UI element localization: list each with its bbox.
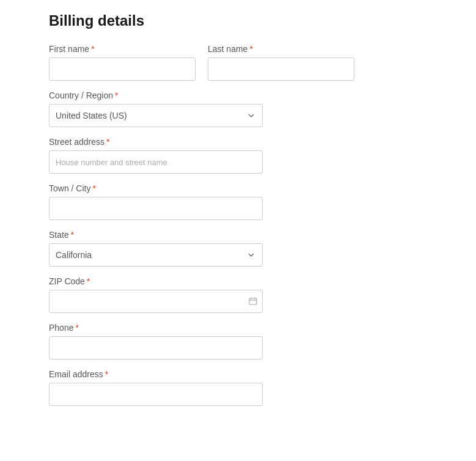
country-select[interactable]: United States (US) Canada United Kingdom… bbox=[49, 104, 263, 127]
zip-code-required: * bbox=[87, 276, 90, 286]
billing-form: Billing details First name * Last name *… bbox=[49, 12, 354, 406]
zip-input-wrapper bbox=[49, 290, 263, 313]
last-name-label: Last name * bbox=[208, 44, 354, 54]
zip-code-label: ZIP Code * bbox=[49, 276, 263, 286]
first-name-group: First name * bbox=[49, 44, 196, 81]
last-name-input[interactable] bbox=[208, 57, 354, 81]
first-name-required: * bbox=[91, 44, 94, 54]
state-label: State * bbox=[49, 230, 263, 240]
country-required: * bbox=[115, 90, 118, 100]
last-name-required: * bbox=[249, 44, 252, 54]
email-label: Email address * bbox=[49, 369, 263, 379]
state-required: * bbox=[71, 230, 74, 240]
phone-label: Phone * bbox=[49, 323, 263, 333]
email-required: * bbox=[105, 369, 108, 379]
phone-input[interactable] bbox=[49, 336, 263, 360]
street-address-input[interactable] bbox=[49, 150, 263, 174]
street-address-required: * bbox=[106, 137, 109, 147]
street-address-label: Street address * bbox=[49, 137, 263, 147]
town-city-label: Town / City * bbox=[49, 183, 263, 193]
town-city-input[interactable] bbox=[49, 197, 263, 220]
zip-code-input[interactable] bbox=[49, 290, 263, 313]
state-group: State * Alabama Alaska Arizona Arkansas … bbox=[49, 230, 263, 267]
town-city-group: Town / City * bbox=[49, 183, 263, 220]
country-label: Country / Region * bbox=[49, 90, 263, 100]
first-name-label: First name * bbox=[49, 44, 196, 54]
phone-group: Phone * bbox=[49, 323, 263, 360]
email-group: Email address * bbox=[49, 369, 263, 406]
email-input[interactable] bbox=[49, 383, 263, 406]
name-row: First name * Last name * bbox=[49, 44, 354, 81]
phone-required: * bbox=[75, 323, 78, 333]
zip-icon bbox=[248, 297, 258, 306]
country-group: Country / Region * United States (US) Ca… bbox=[49, 90, 263, 127]
state-select[interactable]: Alabama Alaska Arizona Arkansas Californ… bbox=[49, 243, 263, 267]
town-city-required: * bbox=[92, 183, 95, 193]
page-title: Billing details bbox=[49, 12, 354, 29]
last-name-group: Last name * bbox=[208, 44, 354, 81]
zip-code-group: ZIP Code * bbox=[49, 276, 263, 313]
street-address-group: Street address * bbox=[49, 137, 263, 174]
first-name-input[interactable] bbox=[49, 57, 196, 81]
svg-rect-0 bbox=[249, 298, 257, 304]
